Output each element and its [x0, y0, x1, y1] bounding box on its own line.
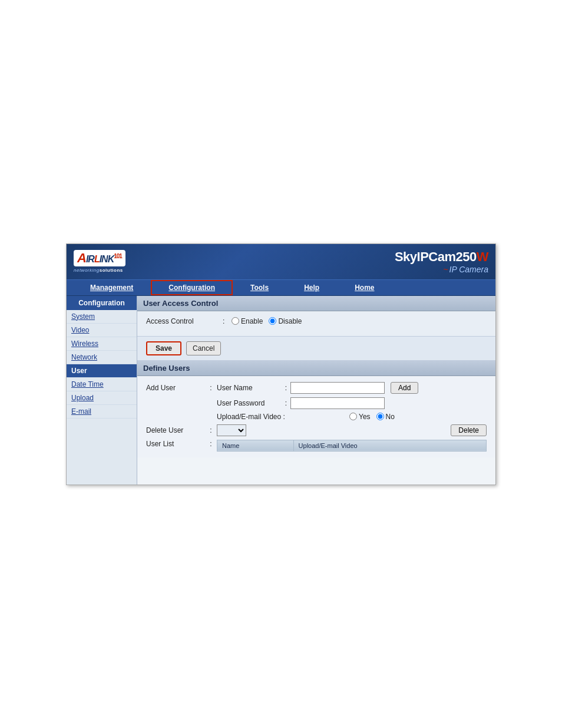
delete-user-row: Delete User : Delete [146, 424, 487, 436]
logo-box: AIRLINK101 [74, 250, 125, 266]
upload-email-row: Upload/E-mail Video : Yes No [146, 413, 487, 421]
main-area: Configuration System Video Wireless Netw… [67, 296, 495, 485]
username-input[interactable] [290, 382, 385, 394]
upload-no-label[interactable]: No [376, 413, 395, 421]
nav-home[interactable]: Home [337, 280, 392, 295]
brand-model: SkyIPCam250W [395, 249, 488, 265]
sidebar-item-upload[interactable]: Upload [67, 391, 137, 405]
no-label: No [386, 413, 395, 421]
logo-area: AIRLINK101 networkingsolutions [74, 250, 125, 273]
define-users-header: Define Users [137, 361, 495, 376]
content-panel: User Access Control Access Control : Ena… [137, 296, 495, 485]
nav-help[interactable]: Help [286, 280, 337, 295]
access-control-row: Access Control : Enable Disable [146, 317, 487, 325]
user-list-label: User List [146, 440, 205, 448]
delete-button[interactable]: Delete [451, 424, 487, 436]
enable-label: Enable [241, 317, 263, 325]
col-upload: Upload/E-mail Video [293, 440, 486, 451]
sidebar-title: Configuration [67, 296, 137, 310]
sidebar-item-datetime[interactable]: Date Time [67, 378, 137, 391]
delete-user-label: Delete User [146, 426, 205, 434]
password-row: User Password : [146, 397, 487, 409]
nav-bar: Management Configuration Tools Help Home [67, 279, 495, 296]
enable-radio[interactable] [232, 317, 239, 325]
header: AIRLINK101 networkingsolutions SkyIPCam2… [67, 244, 495, 279]
access-control-label: Access Control [146, 317, 223, 325]
user-list-row: User List : Name Upload/E-mail Video [146, 440, 487, 452]
username-colon: : [282, 384, 290, 392]
define-users-body: Add User : User Name : Add User Password… [137, 376, 495, 457]
user-access-control-header: User Access Control [137, 296, 495, 311]
add-user-label: Add User [146, 384, 205, 392]
enable-radio-label[interactable]: Enable [232, 317, 263, 325]
add-user-row: Add User : User Name : Add [146, 382, 487, 394]
nav-configuration[interactable]: Configuration [151, 280, 233, 295]
nav-tools[interactable]: Tools [233, 280, 286, 295]
sidebar-item-video[interactable]: Video [67, 324, 137, 337]
sidebar-item-network[interactable]: Network [67, 351, 137, 364]
password-input[interactable] [290, 397, 385, 409]
button-row: Save Cancel [137, 337, 495, 361]
nav-management[interactable]: Management [72, 280, 151, 295]
logo-airlink: AIRLINK101 [77, 252, 122, 265]
col-name: Name [217, 440, 294, 451]
upload-no-radio[interactable] [376, 413, 384, 420]
delete-user-dropdown[interactable] [217, 424, 246, 436]
cancel-button[interactable]: Cancel [186, 341, 221, 355]
sidebar-item-user[interactable]: User [67, 364, 137, 378]
access-control-colon: : [223, 317, 232, 325]
user-list-colon: : [205, 440, 217, 448]
sidebar-item-system[interactable]: System [67, 310, 137, 324]
upload-yes-label[interactable]: Yes [349, 413, 371, 421]
password-label: User Password [217, 399, 282, 407]
upload-email-radio-group: Yes No [349, 413, 395, 421]
add-user-colon: : [205, 384, 217, 392]
access-control-radio-group: Enable Disable [232, 317, 302, 325]
add-button[interactable]: Add [391, 382, 418, 394]
upload-email-label: Upload/E-mail Video : [217, 413, 349, 421]
sidebar: Configuration System Video Wireless Netw… [67, 296, 137, 485]
delete-btn-area: Delete [246, 424, 487, 436]
save-button[interactable]: Save [146, 341, 181, 355]
disable-label: Disable [278, 317, 302, 325]
password-colon: : [282, 399, 290, 407]
username-label: User Name [217, 384, 282, 392]
sidebar-item-email[interactable]: E-mail [67, 405, 137, 419]
upload-yes-radio[interactable] [349, 413, 357, 420]
logo-networking: networkingsolutions [74, 268, 123, 273]
access-control-section: Access Control : Enable Disable [137, 311, 495, 337]
sidebar-item-wireless[interactable]: Wireless [67, 337, 137, 351]
yes-label: Yes [359, 413, 371, 421]
disable-radio[interactable] [269, 317, 276, 325]
brand-title: SkyIPCam250W IP Camera [395, 249, 488, 274]
disable-radio-label[interactable]: Disable [269, 317, 302, 325]
brand-subtitle: IP Camera [395, 265, 488, 274]
delete-user-colon: : [205, 426, 217, 434]
user-list-table: Name Upload/E-mail Video [217, 440, 487, 452]
